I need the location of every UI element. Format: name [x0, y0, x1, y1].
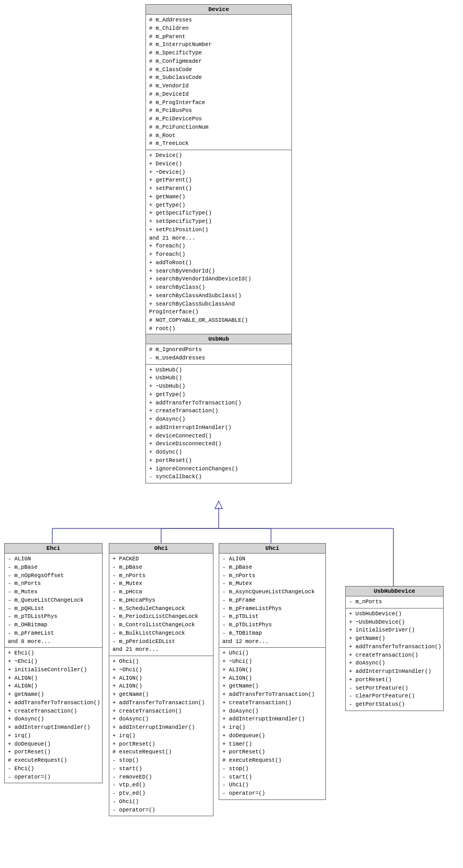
device-field-7: # m_ClassCode [149, 66, 288, 74]
ohci-method-14: - start() [112, 765, 210, 773]
device-field-15: # m_Root [149, 132, 288, 140]
ehci-method-3: + initialiseController() [8, 666, 99, 674]
device-method-14: + addToRoot() [149, 259, 288, 267]
device-method-7: + getType() [149, 201, 288, 210]
uhci-field-10: - m_TDBitmap [222, 629, 322, 638]
ohci-class-box: Ohci + PACKED - m_pBase - m_nPorts - m_M… [109, 543, 213, 816]
ehci-method-9: + doAsync() [8, 715, 99, 724]
device-method-12: + foreach() [149, 242, 288, 251]
uhci-field-4: - m_Mutex [222, 580, 322, 588]
usbhubdevice-method-12: - getPortStatus() [349, 701, 440, 709]
ohci-field-4: - m_Mutex [112, 580, 210, 588]
usbhubdevice-fields-section: - m_nPorts [346, 596, 443, 608]
uhci-method-17: - Uhci() [222, 781, 322, 790]
uhci-field-2: - m_pBase [222, 563, 322, 572]
ohci-field-10: - m_BulkListChangeLock [112, 629, 210, 638]
device-field-6: # m_ConfigHeader [149, 58, 288, 66]
ehci-field-3: - m_nOpRegsOffset [8, 572, 99, 580]
uhci-field-1: - ALIGN [222, 555, 322, 563]
usbhub-method-12: + portReset() [149, 457, 288, 465]
device-field-1: # m_Addresses [149, 16, 288, 25]
ehci-class-name: Ehci [47, 545, 60, 551]
ehci-class-header: Ehci [5, 544, 102, 554]
usbhubdevice-class-box: UsbHubDevice - m_nPorts + UsbHubDevice()… [345, 586, 444, 711]
uhci-field-11: and 12 more... [222, 638, 322, 646]
usbhub-method-14: - syncCallback() [149, 473, 288, 481]
device-field-11: # m_ProgInterface [149, 99, 288, 107]
ohci-method-1: + Ohci() [112, 658, 210, 666]
ohci-method-11: + portReset() [112, 740, 210, 749]
device-method-19: + searchByClassSubclassAnd [149, 300, 288, 309]
uhci-method-16: - start() [222, 773, 322, 782]
ehci-method-6: + getName() [8, 691, 99, 699]
usbhub-method-8: + addInterruptInHandler() [149, 424, 288, 432]
usbhub-method-1: + UsbHub() [149, 366, 288, 375]
uhci-field-3: - m_nPorts [222, 572, 322, 580]
usbhubdevice-method-6: + createTransaction() [349, 651, 440, 660]
ohci-class-name: Ohci [154, 545, 168, 551]
device-field-9: # m_VendorId [149, 82, 288, 91]
ehci-field-1: - ALIGN [8, 555, 99, 563]
ehci-field-7: - m_pQHList [8, 605, 99, 613]
uhci-method-11: + doDequeue() [222, 732, 322, 740]
ehci-field-9: - m_OHBitmap [8, 621, 99, 629]
device-class-header: Device [146, 5, 291, 15]
ehci-methods-section: + Ehci() + ~Ehci() + initialiseControlle… [5, 648, 102, 783]
device-method-6: + getName() [149, 193, 288, 201]
usbhub-field-1: # m_IgnoredPorts [149, 346, 288, 354]
usbhub-method-9: + deviceConnected() [149, 432, 288, 441]
ohci-method-12: # executeRequest() [112, 748, 210, 757]
device-method-18: + searchByClassAndSubclass() [149, 292, 288, 300]
device-method-1: + Device() [149, 152, 288, 160]
device-method-3: + ~Device() [149, 168, 288, 177]
ohci-method-10: + irq() [112, 732, 210, 740]
ohci-method-15: - removeED() [112, 773, 210, 782]
usbhubdevice-method-3: + initialiseDriver() [349, 626, 440, 635]
device-field-4: # m_InterruptNumber [149, 41, 288, 49]
uhci-method-14: # executeRequest() [222, 757, 322, 765]
uhci-method-13: + portReset() [222, 748, 322, 757]
ohci-method-2: + ~Ohci() [112, 666, 210, 674]
usbhubdevice-method-8: + addInterruptInHandler() [349, 668, 440, 676]
ehci-field-11: and 8 more... [8, 638, 99, 646]
uhci-class-header: Uhci [219, 544, 325, 554]
ohci-field-12: and 21 more... [112, 646, 210, 654]
uhci-field-6: - m_pFrame [222, 596, 322, 605]
usbhub-method-13: + ignoreConnectionChanges() [149, 465, 288, 474]
ohci-method-17: - ptv_ed() [112, 790, 210, 798]
uhci-method-12: + timer() [222, 740, 322, 749]
ehci-method-5: + ALIGN() [8, 682, 99, 691]
usbhubdevice-method-10: - setPortFeature() [349, 684, 440, 693]
uhci-method-2: + ~Uhci() [222, 658, 322, 666]
ehci-method-12: + doDequeue() [8, 740, 99, 749]
uhci-field-9: - m_pTDListPhys [222, 621, 322, 629]
uhci-method-18: - operator=() [222, 790, 322, 798]
device-method-5: + setParent() [149, 185, 288, 193]
usbhub-method-11: + doSync() [149, 448, 288, 457]
ohci-method-8: + doAsync() [112, 715, 210, 724]
device-method-13: + foreach() [149, 251, 288, 259]
device-field-14: # m_PciFunctionNum [149, 123, 288, 132]
uhci-method-3: + ALIGN() [222, 666, 322, 674]
ohci-method-3: + ALIGN() [112, 674, 210, 683]
device-fields-section: # m_Addresses # m_Children # m_pParent #… [146, 15, 291, 150]
ohci-field-6: - m_pHccaPhys [112, 596, 210, 605]
device-method-15: + searchByVendorId() [149, 267, 288, 276]
usbhubdevice-method-11: - clearPortFeature() [349, 692, 440, 701]
ohci-fields-section: + PACKED - m_pBase - m_nPorts - m_Mutex … [109, 554, 213, 656]
device-method-8: + getSpecificType() [149, 209, 288, 218]
device-method-21: # NOT_COPYABLE_OR_ASSIGNABLE() [149, 317, 288, 325]
ohci-method-9: + addInterruptInHandler() [112, 724, 210, 732]
ehci-method-11: + irq() [8, 732, 99, 740]
uhci-method-8: + doAsync() [222, 707, 322, 716]
usbhub-class-box: UsbHub # m_IgnoredPorts - m_UsedAddresse… [145, 334, 292, 483]
device-method-22: # root() [149, 325, 288, 333]
ohci-field-5: - m_pHcca [112, 588, 210, 596]
ehci-method-16: - operator=() [8, 773, 99, 782]
ohci-field-9: - m_ControlListChangeLock [112, 621, 210, 629]
usbhubdevice-methods-section: + UsbHubDevice() + ~UsbHubDevice() + ini… [346, 608, 443, 711]
ehci-field-2: - m_pBase [8, 563, 99, 572]
device-method-2: + Device() [149, 160, 288, 168]
usbhub-class-header: UsbHub [146, 334, 291, 344]
usbhub-method-5: + addTransferToTransaction() [149, 399, 288, 408]
